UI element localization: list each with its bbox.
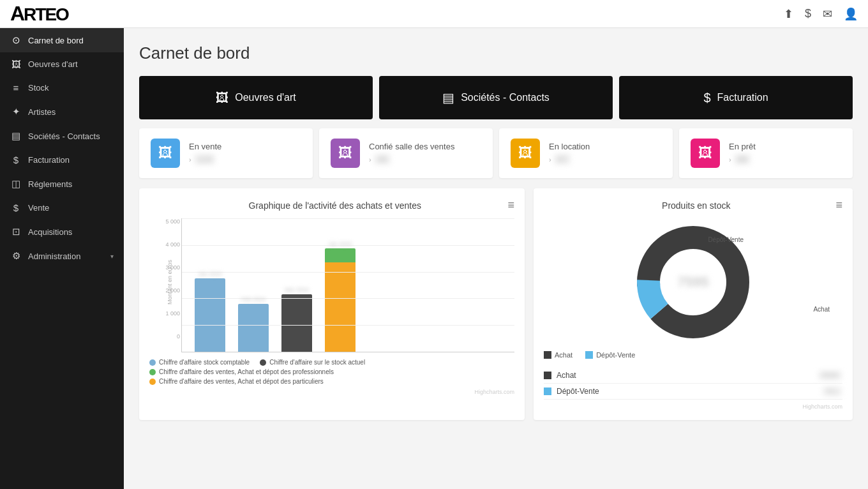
- stock-row-depot: Dépôt-Vente 911: [544, 384, 842, 400]
- sidebar-label-wrap: ⚙ Administration: [10, 250, 80, 262]
- sidebar: ⊙ Carnet de bord 🖼 Oeuvres d'art ≡ Stock…: [0, 28, 124, 489]
- stock-icon: ≡: [10, 82, 22, 93]
- en-vente-thumb: 🖼: [151, 139, 180, 168]
- y-tick: 4 000: [152, 241, 180, 248]
- stock-color-achat: [544, 372, 551, 379]
- stock-table: Achat 6684 Dépôt-Vente 911: [544, 368, 842, 400]
- mail-icon[interactable]: ✉: [823, 7, 832, 21]
- en-pret-info: En prêt › 89: [729, 142, 841, 165]
- sidebar-label: Artistes: [28, 107, 56, 117]
- main-content: Carnet de bord 🖼 Oeuvres d'art ▤ Société…: [124, 28, 868, 489]
- sidebar-item-administration[interactable]: ⚙ Administration ▾: [0, 244, 124, 268]
- donut-area: 7595 Dépôt-Vente Achat: [544, 218, 842, 346]
- upload-icon[interactable]: ⬆: [784, 7, 793, 21]
- en-vente-info: En vente › 123: [189, 142, 301, 165]
- billing-btn-icon: $: [703, 91, 710, 105]
- y-tick: 3 000: [152, 264, 180, 271]
- chevron-right-icon: ▾: [110, 253, 114, 260]
- bar-chart-header: Graphique de l'activité des achats et ve…: [149, 199, 514, 212]
- sidebar-item-stock[interactable]: ≡ Stock: [0, 76, 124, 100]
- sidebar-item-oeuvres-dart[interactable]: 🖼 Oeuvres d'art: [0, 52, 124, 76]
- donut-legend-achat-label: Achat: [555, 351, 572, 359]
- stat-card-en-location[interactable]: 🖼 En location › 67: [499, 128, 673, 178]
- en-location-number: 67: [554, 154, 571, 165]
- donut-chart-card: Produits en stock ≡ 7595 Dépôt-Vente: [534, 188, 853, 420]
- sidebar-label: Vente: [28, 203, 49, 213]
- bar-blue: [195, 278, 225, 352]
- en-vente-number: 123: [194, 154, 216, 165]
- sidebar-label: Acquisitions: [28, 227, 72, 237]
- stat-card-en-pret[interactable]: 🖼 En prêt › 89: [679, 128, 853, 178]
- confie-salle-info: Confié salle des ventes › 45: [369, 142, 481, 165]
- legend-row-1: Chiffre d'affaire stock comptable Chiffr…: [149, 359, 514, 366]
- artists-icon: ✦: [10, 106, 22, 117]
- en-vente-label: En vente: [189, 142, 301, 151]
- societes-contacts-button[interactable]: ▤ Sociétés - Contacts: [379, 76, 613, 119]
- en-location-thumb: 🖼: [511, 139, 540, 168]
- donut-chart-header: Produits en stock ≡: [544, 199, 842, 212]
- legend-item-orange: Chiffre d'affaire des ventes, Achat et d…: [149, 378, 324, 385]
- donut-legend-depot-color: [585, 351, 593, 359]
- confie-salle-number: 45: [374, 154, 391, 165]
- sidebar-item-vente[interactable]: $ Vente: [0, 196, 124, 220]
- facturation-button[interactable]: $ Facturation: [619, 76, 853, 119]
- page-title: Carnet de bord: [139, 43, 853, 63]
- confie-salle-value: › 45: [369, 154, 481, 165]
- bar-chart-menu-icon[interactable]: ≡: [507, 199, 514, 212]
- logo-text: ARTEO: [10, 2, 68, 26]
- oeuvres-dart-button[interactable]: 🖼 Oeuvres d'art: [139, 76, 373, 119]
- donut-chart-menu-icon[interactable]: ≡: [835, 199, 842, 212]
- grid-line: [182, 298, 514, 299]
- sidebar-item-facturation[interactable]: $ Facturation: [0, 148, 124, 172]
- bar-label: Feb 2024: [241, 296, 266, 303]
- sidebar-item-reglements[interactable]: ◫ Réglements: [0, 172, 124, 196]
- bar-label: Jan 2024: [198, 271, 221, 277]
- y-tick: 0: [152, 333, 180, 340]
- en-pret-number: 89: [734, 154, 751, 165]
- payments-icon: ◫: [10, 178, 22, 190]
- bar-green: [325, 248, 355, 262]
- sale-icon: $: [10, 202, 22, 213]
- grid-line: [182, 218, 514, 219]
- user-icon[interactable]: 👤: [844, 7, 858, 21]
- achat-chart-label: Achat: [813, 306, 830, 313]
- bar-group-4: Apr 2024: [325, 241, 355, 352]
- stock-value-achat: 6684: [818, 370, 842, 380]
- y-axis: 5 000 4 000 3 000 2 000 1 000 0: [152, 218, 180, 340]
- confie-salle-thumb: 🖼: [331, 139, 360, 168]
- facturation-btn-label: Facturation: [717, 92, 768, 103]
- dashboard-icon: ⊙: [10, 34, 22, 46]
- stat-card-confie-salle[interactable]: 🖼 Confié salle des ventes › 45: [319, 128, 493, 178]
- legend-label: Chiffre d'affaire des ventes, Achat et d…: [159, 378, 324, 385]
- dollar-icon[interactable]: $: [805, 7, 811, 20]
- y-tick: 2 000: [152, 287, 180, 294]
- sidebar-item-acquisitions[interactable]: ⊡ Acquisitions: [0, 220, 124, 244]
- stock-value-depot: 911: [822, 386, 842, 396]
- chevron-icon: ›: [729, 156, 731, 163]
- legend-label: Chiffre d'affaire stock comptable: [159, 359, 250, 366]
- artwork-icon: 🖼: [10, 59, 22, 70]
- bar-chart-card: Graphique de l'activité des achats et ve…: [139, 188, 525, 420]
- grid-line: [182, 325, 514, 326]
- bar-group-3: Mar 2024: [281, 287, 312, 352]
- sidebar-label: Facturation: [28, 155, 70, 165]
- bar-chart-title: Graphique de l'activité des achats et ve…: [162, 200, 507, 211]
- bar-group-1: Jan 2024: [195, 271, 225, 352]
- legend-item-blue: Chiffre d'affaire stock comptable: [149, 359, 250, 366]
- legend-color-blue: [149, 359, 156, 366]
- en-location-info: En location › 67: [549, 142, 661, 165]
- sidebar-item-societes-contacts[interactable]: ▤ Sociétés - Contacts: [0, 124, 124, 148]
- sidebar-label: Sociétés - Contacts: [28, 132, 100, 141]
- en-vente-value: › 123: [189, 154, 301, 165]
- sidebar-item-carnet-de-bord[interactable]: ⊙ Carnet de bord: [0, 28, 124, 52]
- en-pret-thumb: 🖼: [691, 139, 720, 168]
- stock-row-achat: Achat 6684: [544, 368, 842, 384]
- en-pret-value: › 89: [729, 154, 841, 165]
- stat-card-en-vente[interactable]: 🖼 En vente › 123: [139, 128, 313, 178]
- stock-label-depot: Dépôt-Vente: [557, 387, 822, 396]
- contacts-icon: ▤: [10, 130, 22, 142]
- bars-area: Jan 2024 Feb 2024 Mar 2024: [181, 218, 514, 352]
- sidebar-item-artistes[interactable]: ✦ Artistes: [0, 100, 124, 124]
- acquisitions-icon: ⊡: [10, 226, 22, 237]
- donut-chart-title: Produits en stock: [557, 200, 835, 211]
